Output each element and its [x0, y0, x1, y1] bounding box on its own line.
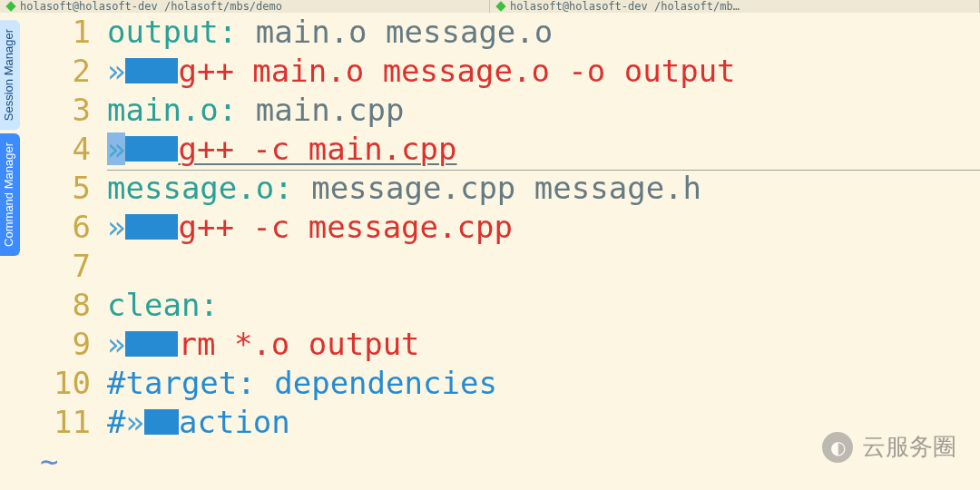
- tab-chevron-icon: »: [107, 131, 125, 167]
- line-number: 8: [20, 286, 107, 325]
- line-number: 4: [20, 130, 107, 169]
- tab-whitespace-icon: [125, 331, 178, 357]
- make-recipe: g++ -c main.cpp: [178, 131, 456, 167]
- code-line[interactable]: #target: dependencies: [107, 364, 980, 403]
- make-target: main.o:: [107, 92, 237, 128]
- code-line[interactable]: »g++ main.o message.o -o output: [107, 52, 980, 91]
- watermark-text: 云服务圈: [862, 431, 956, 463]
- code-line[interactable]: message.o: message.cpp message.h: [107, 169, 980, 208]
- tab-chevron-icon: »: [107, 209, 125, 245]
- line-number: 9: [20, 325, 107, 364]
- make-target: output:: [107, 14, 237, 50]
- make-comment: #target: dependencies: [107, 365, 497, 401]
- line-number: 5: [20, 169, 107, 208]
- code-line[interactable]: »rm *.o output: [107, 325, 980, 364]
- code-line[interactable]: clean:: [107, 286, 980, 325]
- make-deps: message.cpp message.h: [293, 170, 701, 206]
- tab-whitespace-icon: [125, 136, 178, 162]
- top-tab-bar: holasoft@holasoft-dev /holasoft/mbs/demo…: [0, 0, 980, 13]
- line-number: 1: [20, 13, 107, 52]
- line-number: 3: [20, 91, 107, 130]
- make-deps: main.o message.o: [237, 14, 553, 50]
- make-recipe: g++ main.o message.o -o output: [178, 53, 735, 89]
- tab-chevron-icon: »: [125, 404, 143, 440]
- make-comment: action: [179, 404, 290, 440]
- tab-whitespace-icon: [144, 409, 179, 435]
- code-line[interactable]: »g++ -c message.cpp: [107, 208, 980, 247]
- line-number: 7: [20, 247, 107, 286]
- line-number: 2: [20, 52, 107, 91]
- session-manager-tab[interactable]: Session Manager: [0, 20, 20, 130]
- command-manager-tab[interactable]: Command Manager: [0, 133, 20, 256]
- code-editor[interactable]: 1 2 3 4 5 6 7 8 9 10 11 ~ output: main.o…: [20, 13, 980, 490]
- code-line[interactable]: output: main.o message.o: [107, 13, 980, 52]
- line-number-gutter: 1 2 3 4 5 6 7 8 9 10 11 ~: [20, 13, 107, 490]
- make-target: message.o:: [107, 170, 293, 206]
- tab-status-icon: [495, 1, 505, 11]
- line-number: 10: [20, 364, 107, 403]
- tab-label: holasoft@holasoft-dev /holasoft/mb…: [510, 0, 740, 13]
- tab-chevron-icon: »: [107, 326, 125, 362]
- terminal-tab-1[interactable]: holasoft@holasoft-dev /holasoft/mbs/demo: [0, 0, 490, 13]
- tab-chevron-icon: »: [107, 53, 125, 89]
- code-line-current[interactable]: »g++ -c main.cpp: [107, 130, 980, 169]
- terminal-tab-2[interactable]: holasoft@holasoft-dev /holasoft/mb…: [490, 0, 980, 13]
- tab-status-icon: [5, 1, 15, 11]
- make-comment: #: [107, 404, 125, 440]
- make-recipe: rm *.o output: [178, 326, 419, 362]
- tab-whitespace-icon: [125, 214, 178, 240]
- watermark-icon: ◐: [822, 432, 853, 463]
- side-tool-tabs: Session Manager Command Manager: [0, 20, 20, 256]
- line-number: 6: [20, 208, 107, 247]
- code-area[interactable]: output: main.o message.o »g++ main.o mes…: [107, 13, 980, 490]
- end-of-buffer-tilde: ~: [20, 442, 107, 481]
- make-target: clean:: [107, 287, 219, 323]
- line-number: 11: [20, 403, 107, 442]
- code-line[interactable]: main.o: main.cpp: [107, 91, 980, 130]
- code-line[interactable]: [107, 247, 980, 286]
- tab-label: holasoft@holasoft-dev /holasoft/mbs/demo: [20, 0, 282, 13]
- tab-whitespace-icon: [125, 58, 178, 83]
- make-recipe: g++ -c message.cpp: [178, 209, 512, 245]
- watermark: ◐ 云服务圈: [822, 431, 956, 463]
- make-deps: main.cpp: [237, 92, 404, 128]
